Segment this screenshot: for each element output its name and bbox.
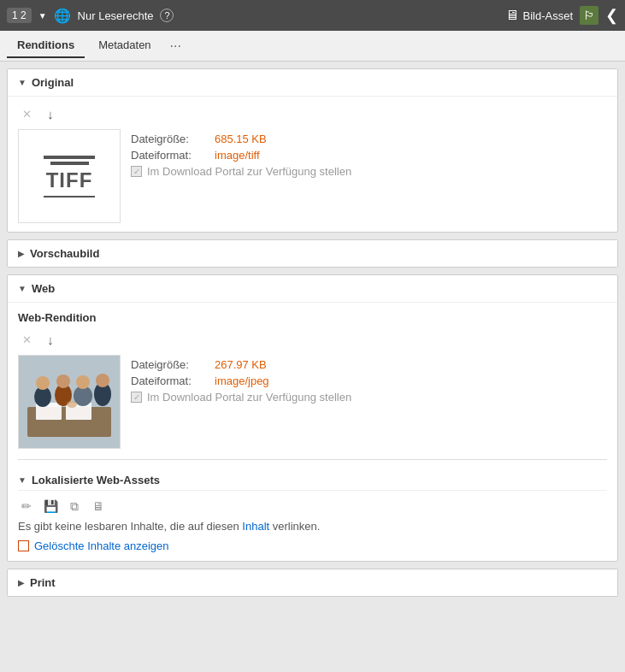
web-section: ▼ Web Web-Rendition ✕ ↓ xyxy=(7,274,618,562)
top-bar-right: 🖥 Bild-Asset 🏳 ❮ xyxy=(505,6,618,25)
svg-rect-6 xyxy=(36,390,50,404)
tiff-label: TIFF xyxy=(46,168,93,192)
lokalisierte-tools: ✏ 💾 ⧉ 🖥 xyxy=(18,498,607,515)
web-portal-row: ✓ Im Download Portal zur Verfügung stell… xyxy=(131,391,607,404)
svg-point-14 xyxy=(96,374,109,387)
original-fileformat-value: image/tiff xyxy=(215,149,260,162)
back-icon[interactable]: ❮ xyxy=(605,6,618,25)
delete-icon[interactable]: ✕ xyxy=(18,105,35,122)
original-header[interactable]: ▼ Original xyxy=(8,69,617,97)
vorschaubild-section: ▶ Vorschaubild xyxy=(7,239,618,268)
deleted-checkbox[interactable] xyxy=(18,540,29,551)
web-thumbnail xyxy=(18,355,121,449)
vorschaubild-title: Vorschaubild xyxy=(30,247,99,260)
top-bar-left: 1 2 ▼ 🌐 Nur Leserechte ? xyxy=(7,8,174,24)
lokalisierte-header[interactable]: ▼ Lokalisierte Web-Assets xyxy=(18,470,607,491)
page-indicator[interactable]: 1 2 xyxy=(7,8,32,23)
svg-rect-12 xyxy=(76,389,90,403)
original-portal-row: ✓ Im Download Portal zur Verfügung stell… xyxy=(131,165,607,178)
original-fileformat-row: Dateiformat: image/tiff xyxy=(131,149,607,162)
web-portal-label: Im Download Portal zur Verfügung stellen xyxy=(147,391,351,404)
lokalisierte-info: Es gibt keine lesbaren Inhalte, die auf … xyxy=(18,520,607,533)
tiff-line-2 xyxy=(50,162,89,165)
download-icon[interactable]: ↓ xyxy=(42,105,59,122)
deleted-row: Gelöschte Inhalte anzeigen xyxy=(18,539,607,552)
original-actions: ✕ ↓ xyxy=(18,105,607,122)
original-meta: Dateigröße: 685.15 KB Dateiformat: image… xyxy=(131,129,607,178)
original-portal-label: Im Download Portal zur Verfügung stellen xyxy=(147,165,351,178)
screen-icon[interactable]: 🖥 xyxy=(90,498,107,515)
tiff-lines xyxy=(44,156,95,165)
tiff-underline xyxy=(44,196,95,197)
web-rendition-title: Web-Rendition xyxy=(18,311,607,324)
original-filesize-label: Dateigröße: xyxy=(131,133,208,145)
tiff-icon: TIFF xyxy=(44,156,95,197)
web-fileformat-value: image/jpeg xyxy=(215,374,269,387)
info-text-prefix: Es gibt keine lesbaren Inhalte, die auf … xyxy=(18,520,242,533)
vorschaubild-header[interactable]: ▶ Vorschaubild xyxy=(8,240,617,267)
tiff-line-1 xyxy=(44,156,95,159)
web-fileformat-row: Dateiformat: image/jpeg xyxy=(131,374,607,387)
monitor-wrapper: 🖥 Bild-Asset xyxy=(505,8,573,23)
print-header[interactable]: ▶ Print xyxy=(8,569,617,596)
original-body: ✕ ↓ TIFF Dateigröße: xyxy=(8,97,617,232)
edit-icon[interactable]: ✏ xyxy=(18,498,35,515)
web-body: Web-Rendition ✕ ↓ xyxy=(8,303,617,561)
save-icon[interactable]: 💾 xyxy=(42,498,59,515)
copy-icon[interactable]: ⧉ xyxy=(66,498,83,515)
info-text-suffix: verlinken. xyxy=(269,520,320,533)
tiff-thumbnail: TIFF xyxy=(18,129,121,223)
svg-point-11 xyxy=(76,375,90,389)
asset-type-label: Bild-Asset xyxy=(522,9,573,22)
vorschaubild-chevron-icon: ▶ xyxy=(18,249,25,258)
original-file-info: TIFF Dateigröße: 685.15 KB Dateiformat: … xyxy=(18,129,607,223)
original-title: Original xyxy=(32,76,74,89)
web-portal-checkbox[interactable]: ✓ xyxy=(131,392,142,403)
print-chevron-icon: ▶ xyxy=(18,578,25,587)
web-download-icon[interactable]: ↓ xyxy=(42,331,59,348)
svg-point-16 xyxy=(67,401,77,408)
question-icon[interactable]: ? xyxy=(160,9,174,22)
deleted-label[interactable]: Gelöschte Inhalte anzeigen xyxy=(34,539,169,552)
tab-renditions[interactable]: Renditions xyxy=(7,33,85,58)
web-header[interactable]: ▼ Web xyxy=(8,275,617,303)
dropdown-arrow-icon[interactable]: ▼ xyxy=(38,11,47,21)
top-bar: 1 2 ▼ 🌐 Nur Leserechte ? 🖥 Bild-Asset 🏳 … xyxy=(0,0,625,31)
print-title: Print xyxy=(30,576,56,589)
tab-metadaten[interactable]: Metadaten xyxy=(88,33,161,58)
svg-point-8 xyxy=(56,374,70,388)
globe-icon: 🌐 xyxy=(54,8,71,24)
svg-rect-15 xyxy=(96,387,109,401)
flag-icon[interactable]: 🏳 xyxy=(580,6,598,25)
original-portal-checkbox[interactable]: ✓ xyxy=(131,166,142,177)
tab-bar: Renditions Metadaten ··· xyxy=(0,31,625,62)
web-filesize-label: Dateigröße: xyxy=(131,358,208,371)
monitor-icon: 🖥 xyxy=(505,8,519,23)
original-filesize-row: Dateigröße: 685.15 KB xyxy=(131,133,607,145)
web-actions: ✕ ↓ xyxy=(18,331,607,348)
meeting-svg xyxy=(19,356,120,448)
original-chevron-icon: ▼ xyxy=(18,78,27,87)
lokalisierte-body: ✏ 💾 ⧉ 🖥 Es gibt keine lesbaren Inhalte, … xyxy=(18,491,607,552)
lokalisierte-chevron-icon: ▼ xyxy=(18,475,27,485)
original-filesize-value: 685.15 KB xyxy=(215,133,267,145)
svg-rect-9 xyxy=(56,388,70,402)
web-delete-icon[interactable]: ✕ xyxy=(18,331,35,348)
svg-point-5 xyxy=(36,376,50,390)
print-section: ▶ Print xyxy=(7,569,618,597)
original-fileformat-label: Dateiformat: xyxy=(131,149,208,162)
original-section: ▼ Original ✕ ↓ TIFF xyxy=(7,68,618,233)
info-text-link[interactable]: Inhalt xyxy=(242,520,269,533)
web-filesize-value: 267.97 KB xyxy=(215,358,267,371)
web-chevron-icon: ▼ xyxy=(18,284,27,293)
web-meta: Dateigröße: 267.97 KB Dateiformat: image… xyxy=(131,355,607,404)
web-file-info: Dateigröße: 267.97 KB Dateiformat: image… xyxy=(18,355,607,449)
main-content: ▼ Original ✕ ↓ TIFF xyxy=(0,62,625,604)
web-fileformat-label: Dateiformat: xyxy=(131,374,208,387)
web-filesize-row: Dateigröße: 267.97 KB xyxy=(131,358,607,371)
web-separator xyxy=(18,459,607,460)
lokalisierte-subsection: ▼ Lokalisierte Web-Assets ✏ 💾 ⧉ 🖥 Es gib… xyxy=(18,470,607,552)
readonly-label: Nur Leserechte xyxy=(78,9,154,22)
tab-more[interactable]: ··· xyxy=(165,35,186,57)
web-title: Web xyxy=(32,282,55,295)
